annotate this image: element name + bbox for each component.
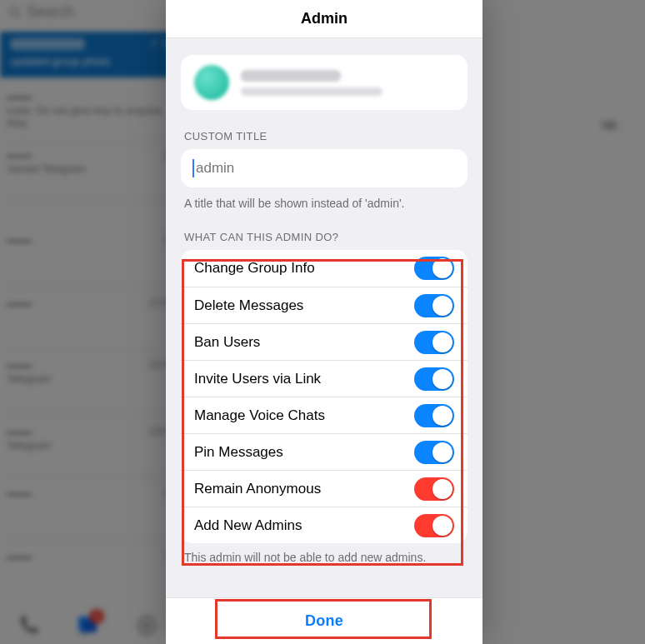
permission-toggle[interactable] bbox=[414, 294, 454, 317]
permission-label: Add New Admins bbox=[194, 517, 302, 534]
permission-row: Pin Messages bbox=[181, 433, 468, 470]
permission-toggle[interactable] bbox=[414, 404, 454, 427]
permission-row: Remain Anonymous bbox=[181, 470, 468, 507]
permission-row: Change Group Info bbox=[181, 250, 468, 287]
permission-toggle[interactable] bbox=[414, 514, 454, 537]
permission-toggle[interactable] bbox=[414, 331, 454, 354]
permission-row: Manage Voice Chats bbox=[181, 397, 468, 433]
permission-label: Remain Anonymous bbox=[194, 481, 321, 497]
custom-title-hint: A title that will be shown instead of 'a… bbox=[166, 187, 482, 211]
permission-label: Pin Messages bbox=[194, 444, 283, 461]
user-info bbox=[241, 70, 454, 96]
permission-label: Manage Voice Chats bbox=[194, 407, 325, 424]
permissions-footer-hint: This admin will not be able to add new a… bbox=[166, 543, 482, 565]
permission-label: Delete Messages bbox=[194, 297, 303, 314]
permission-label: Ban Users bbox=[194, 334, 260, 351]
permissions-card: Change Group InfoDelete MessagesBan User… bbox=[181, 250, 468, 543]
admin-user-card[interactable] bbox=[181, 55, 468, 110]
custom-title-input-wrapper[interactable] bbox=[181, 149, 468, 187]
section-label-custom-title: CUSTOM TITLE bbox=[166, 110, 482, 149]
permission-label: Change Group Info bbox=[194, 260, 315, 277]
permission-toggle[interactable] bbox=[414, 477, 454, 501]
permission-toggle[interactable] bbox=[414, 441, 454, 464]
permission-toggle[interactable] bbox=[414, 257, 454, 280]
admin-modal: Admin CUSTOM TITLE A title that will be … bbox=[166, 0, 482, 644]
permission-row: Delete Messages bbox=[181, 287, 468, 323]
section-label-permissions: WHAT CAN THIS ADMIN DO? bbox=[166, 211, 482, 250]
permission-label: Invite Users via Link bbox=[194, 371, 321, 387]
done-button[interactable]: Done bbox=[305, 612, 343, 630]
permission-toggle[interactable] bbox=[414, 367, 454, 391]
modal-footer: Done bbox=[166, 597, 482, 644]
permission-row: Ban Users bbox=[181, 323, 468, 360]
custom-title-input[interactable] bbox=[196, 160, 456, 177]
modal-title: Admin bbox=[166, 0, 482, 38]
text-cursor bbox=[192, 159, 194, 177]
permission-row: Invite Users via Link bbox=[181, 360, 468, 397]
avatar bbox=[194, 65, 229, 100]
permission-row: Add New Admins bbox=[181, 507, 468, 543]
